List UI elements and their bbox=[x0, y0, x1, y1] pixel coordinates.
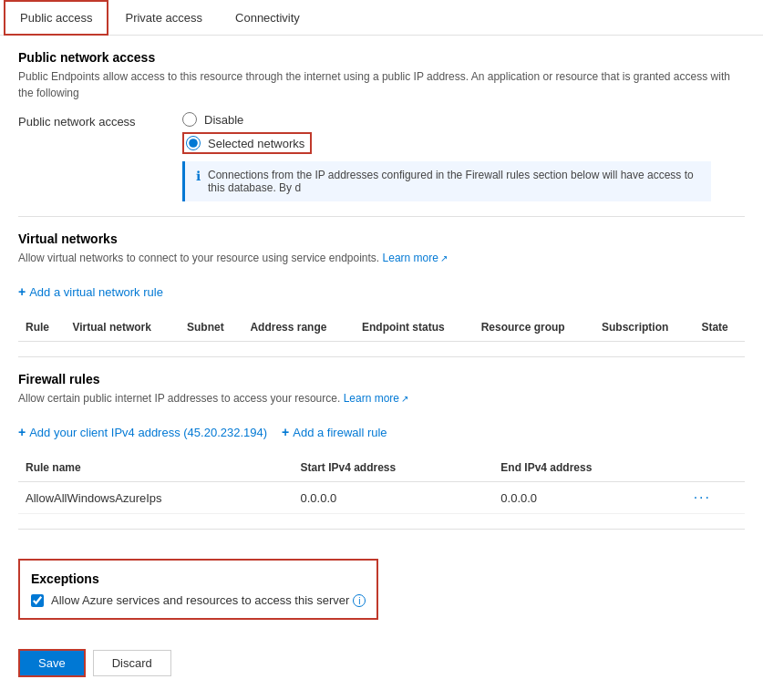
virtual-networks-desc: Allow virtual networks to connect to you… bbox=[18, 250, 745, 266]
azure-services-checkbox[interactable] bbox=[31, 594, 44, 607]
divider-2 bbox=[18, 356, 745, 357]
virtual-networks-table: Rule Virtual network Subnet Address rang… bbox=[18, 314, 745, 342]
info-banner-text: Connections from the IP addresses config… bbox=[208, 169, 700, 194]
table-row: AllowAllWindowsAzureIps 0.0.0.0 0.0.0.0 … bbox=[18, 482, 745, 514]
virtual-networks-table-header-row: Rule Virtual network Subnet Address rang… bbox=[18, 314, 745, 342]
info-icon: ℹ bbox=[196, 169, 201, 183]
firewall-rules-table-head: Rule name Start IPv4 address End IPv4 ad… bbox=[18, 454, 745, 482]
public-network-access-field: Public network access Disable Selected n… bbox=[18, 112, 745, 154]
azure-services-label[interactable]: Allow Azure services and resources to ac… bbox=[51, 593, 366, 607]
exceptions-section: Exceptions Allow Azure services and reso… bbox=[18, 559, 378, 620]
add-virtual-network-rule-link[interactable]: + Add a virtual network rule bbox=[18, 284, 163, 299]
row-actions-cell[interactable]: ··· bbox=[686, 482, 745, 514]
col-virtual-network: Virtual network bbox=[65, 314, 180, 342]
exceptions-info-icon[interactable]: i bbox=[353, 594, 366, 607]
firewall-actions: + Add your client IPv4 address (45.20.23… bbox=[18, 417, 745, 447]
save-button[interactable]: Save bbox=[18, 649, 86, 677]
disable-label: Disable bbox=[204, 113, 243, 127]
footer-actions: Save Discard bbox=[18, 649, 745, 677]
rule-name-cell: AllowAllWindowsAzureIps bbox=[18, 482, 293, 514]
tab-bar: Public access Private access Connectivit… bbox=[0, 0, 763, 36]
disable-option[interactable]: Disable bbox=[182, 112, 312, 127]
firewall-rules-title: Firewall rules bbox=[18, 372, 745, 386]
selected-networks-option[interactable]: Selected networks bbox=[186, 136, 304, 150]
firewall-rules-section: Firewall rules Allow certain public inte… bbox=[18, 372, 745, 514]
divider-3 bbox=[18, 529, 745, 530]
virtual-networks-table-head: Rule Virtual network Subnet Address rang… bbox=[18, 314, 745, 342]
virtual-networks-learn-more[interactable]: Learn more bbox=[383, 252, 448, 264]
virtual-networks-title: Virtual networks bbox=[18, 232, 745, 246]
plus-icon-client-ip: + bbox=[18, 425, 26, 439]
col-actions bbox=[686, 454, 745, 482]
divider-1 bbox=[18, 216, 745, 217]
virtual-networks-section: Virtual networks Allow virtual networks … bbox=[18, 232, 745, 342]
col-subscription: Subscription bbox=[594, 314, 694, 342]
public-network-access-label: Public network access bbox=[18, 112, 182, 129]
selected-networks-label: Selected networks bbox=[208, 137, 304, 150]
exceptions-title: Exceptions bbox=[31, 571, 366, 586]
disable-radio[interactable] bbox=[182, 112, 197, 127]
firewall-rules-table-body: AllowAllWindowsAzureIps 0.0.0.0 0.0.0.0 … bbox=[18, 482, 745, 514]
public-network-access-section: Public network access Public Endpoints a… bbox=[18, 50, 745, 201]
col-resource-group: Resource group bbox=[474, 314, 594, 342]
col-rule: Rule bbox=[18, 314, 65, 342]
public-network-access-desc: Public Endpoints allow access to this re… bbox=[18, 68, 745, 101]
tab-connectivity[interactable]: Connectivity bbox=[219, 0, 316, 36]
info-banner: ℹ Connections from the IP addresses conf… bbox=[182, 161, 711, 201]
selected-networks-radio[interactable] bbox=[186, 136, 201, 150]
discard-button[interactable]: Discard bbox=[93, 650, 171, 676]
firewall-rules-learn-more[interactable]: Learn more bbox=[344, 392, 408, 405]
plus-icon-vnet: + bbox=[18, 284, 26, 299]
firewall-rules-header-row: Rule name Start IPv4 address End IPv4 ad… bbox=[18, 454, 745, 482]
public-network-access-controls: Disable Selected networks bbox=[182, 112, 312, 154]
start-ip-cell: 0.0.0.0 bbox=[293, 482, 493, 514]
col-end-ip: End IPv4 address bbox=[493, 454, 686, 482]
add-client-ip-link[interactable]: + Add your client IPv4 address (45.20.23… bbox=[18, 425, 267, 439]
col-address-range: Address range bbox=[242, 314, 355, 342]
main-content: Public network access Public Endpoints a… bbox=[0, 36, 763, 692]
col-state: State bbox=[694, 314, 745, 342]
firewall-rules-table: Rule name Start IPv4 address End IPv4 ad… bbox=[18, 454, 745, 514]
plus-icon-firewall: + bbox=[282, 425, 289, 439]
firewall-rules-header: Firewall rules Allow certain public inte… bbox=[18, 372, 745, 407]
col-start-ip: Start IPv4 address bbox=[293, 454, 493, 482]
selected-networks-box: Selected networks bbox=[182, 132, 312, 154]
col-subnet: Subnet bbox=[180, 314, 242, 342]
firewall-rules-desc: Allow certain public internet IP address… bbox=[18, 390, 745, 407]
col-rule-name: Rule name bbox=[18, 454, 293, 482]
public-network-access-title: Public network access bbox=[18, 50, 745, 65]
row-ellipsis-button[interactable]: ··· bbox=[694, 489, 711, 505]
virtual-networks-header: Virtual networks Allow virtual networks … bbox=[18, 232, 745, 266]
col-endpoint-status: Endpoint status bbox=[355, 314, 474, 342]
tab-public-access[interactable]: Public access bbox=[4, 0, 108, 36]
end-ip-cell: 0.0.0.0 bbox=[493, 482, 686, 514]
tab-private-access[interactable]: Private access bbox=[108, 0, 219, 36]
exceptions-checkbox-row: Allow Azure services and resources to ac… bbox=[31, 593, 366, 607]
add-firewall-rule-link[interactable]: + Add a firewall rule bbox=[282, 425, 387, 439]
